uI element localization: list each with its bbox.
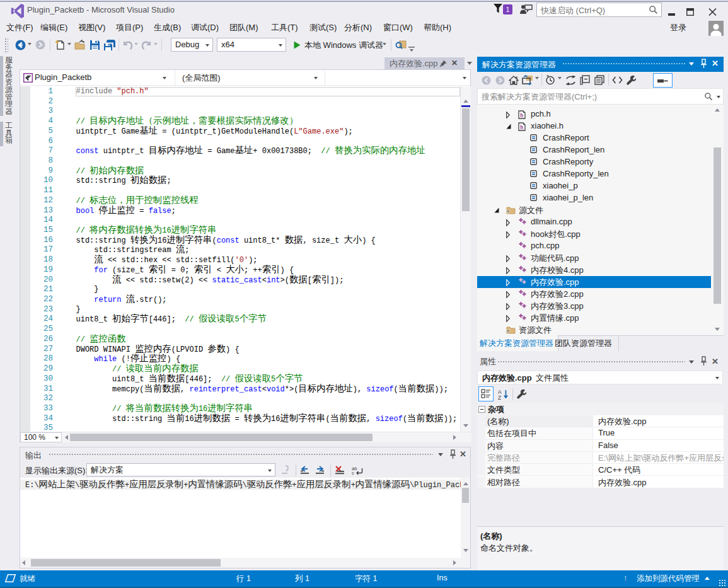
tree-expander[interactable]	[506, 112, 510, 118]
se-back-button[interactable]	[482, 73, 491, 87]
menu-item-6[interactable]: 调试(D)	[191, 22, 219, 33]
editor-vertical-scrollbar[interactable]	[460, 86, 471, 432]
output-title-bar[interactable]: 输出 ✕	[20, 447, 470, 463]
start-debugging-icon[interactable]	[294, 38, 301, 52]
tree-expander[interactable]	[506, 291, 510, 298]
close-icon[interactable]: ✕	[451, 59, 458, 67]
se-sync-button[interactable]	[565, 73, 576, 87]
code-text-area[interactable]: 1#include "pch.h"234// 目标内存地址（示例地址，需要根据实…	[20, 86, 460, 432]
se-switch-views-button[interactable]	[522, 73, 533, 87]
output-content[interactable]: E:\网站上架\驱动反作弊+应用层反录制+内置情缘源码\驱动反作弊+应用层反录制…	[20, 478, 470, 568]
menu-item-3[interactable]: 视图(V)	[78, 22, 105, 33]
pin-icon[interactable]	[700, 59, 707, 69]
tree-item-功能代码.cpp[interactable]: 功能代码.cpp	[477, 252, 711, 264]
word-wrap-button[interactable]: abc	[352, 463, 363, 477]
tree-item-内存效验3.cpp[interactable]: 内存效验3.cpp	[477, 300, 711, 312]
property-row-6[interactable]: 相对路径内存效验.cpp	[477, 476, 724, 488]
scrollbar-thumb[interactable]	[462, 488, 469, 503]
redo-button[interactable]	[141, 38, 152, 52]
tree-item-CrashReport[interactable]: CrashReport	[477, 132, 711, 144]
tree-expander[interactable]	[506, 315, 510, 322]
se-collapse-all-button[interactable]	[580, 73, 590, 87]
output-source-combo[interactable]: 解决方案	[86, 463, 275, 476]
property-value[interactable]: E:\网站上架\驱动反作弊+应用层反录	[598, 453, 724, 464]
tree-item-CrashReport_len[interactable]: CrashReport_len	[477, 144, 711, 156]
tree-item-xiaohei.h[interactable]: hxiaohei.h	[477, 120, 711, 132]
property-row-5[interactable]: 文件类型C/C++ 代码	[477, 464, 724, 476]
editor-zoom-combo[interactable]: 100 %	[20, 432, 62, 442]
scroll-up-arrow[interactable]	[715, 108, 720, 112]
scrollbar-thumb[interactable]	[70, 434, 373, 441]
window-position-dropdown[interactable]	[689, 360, 694, 364]
solution-explorer-search[interactable]: 搜索解决方案资源管理器(Ctrl+;)	[477, 88, 724, 105]
alphabetical-sort-button[interactable]: AZ	[498, 387, 509, 401]
quick-launch-search[interactable]: 快速启动 (Ctrl+Q)	[536, 3, 662, 17]
tree-item-内存效验.cpp[interactable]: 内存效验.cpp	[477, 276, 711, 288]
undo-dropdown[interactable]	[134, 43, 138, 45]
window-position-dropdown[interactable]	[438, 453, 443, 456]
navigate-backward-button[interactable]	[15, 38, 26, 52]
property-row-4[interactable]: 完整路径E:\网站上架\驱动反作弊+应用层反录	[477, 452, 724, 464]
menu-item-9[interactable]: 测试(S)	[309, 22, 337, 33]
toolbar-overflow-button[interactable]	[408, 42, 415, 56]
document-list-dropdown[interactable]	[467, 62, 472, 65]
scroll-down-arrow[interactable]	[463, 424, 468, 427]
maximize-button[interactable]	[686, 5, 705, 16]
tree-item-xiaohei_p_len[interactable]: xiaohei_p_len	[477, 192, 711, 204]
scroll-up-arrow[interactable]	[463, 100, 468, 103]
avatar[interactable]	[708, 21, 724, 36]
new-file-button[interactable]	[54, 38, 66, 52]
property-row-2[interactable]: 包括在项目中True	[477, 427, 724, 439]
tab-solution-explorer[interactable]: 解决方案资源管理器	[477, 335, 558, 351]
toolbar-drag-grip[interactable]	[4, 38, 8, 52]
tree-item-hook封包.cpp[interactable]: hook封包.cpp	[477, 228, 711, 240]
tree-expander[interactable]	[506, 124, 511, 129]
scrollbar-thumb[interactable]	[462, 108, 470, 211]
pin-icon[interactable]	[700, 356, 707, 366]
se-switch-views-dropdown[interactable]	[535, 77, 539, 79]
se-properties-pages-button[interactable]	[594, 73, 604, 87]
tree-item-资源文件[interactable]: 资源文件	[477, 324, 711, 335]
notification-count-badge[interactable]: 1	[503, 4, 512, 14]
nav-member-combo[interactable]	[325, 71, 470, 85]
se-properties-button[interactable]	[626, 73, 636, 87]
previous-message-button[interactable]	[300, 463, 311, 477]
tree-expander[interactable]	[506, 279, 510, 286]
property-category-row[interactable]: 杂项	[477, 403, 724, 415]
feedback-icon[interactable]	[519, 4, 533, 15]
save-all-button[interactable]	[104, 38, 115, 52]
tree-expander[interactable]	[494, 207, 499, 213]
menu-item-11[interactable]: 窗口(W)	[383, 22, 413, 33]
scroll-right-arrow[interactable]	[453, 435, 456, 440]
minimize-button[interactable]	[668, 5, 687, 16]
notification-funnel-icon[interactable]	[494, 4, 502, 14]
add-to-source-control-button[interactable]: 添加到源代码管理	[637, 574, 700, 584]
open-file-button[interactable]	[74, 38, 86, 52]
properties-title-bar[interactable]: 属性 ✕	[477, 355, 724, 368]
tree-expander[interactable]	[506, 255, 510, 262]
scrollbar-thumb[interactable]	[31, 559, 221, 567]
tree-item-pch.cpp[interactable]: pch.cpp	[477, 240, 711, 252]
nav-project-combo[interactable]: Plugin_Packetb	[20, 71, 170, 85]
tree-expander[interactable]	[506, 267, 510, 274]
property-row-3[interactable]: 内容False	[477, 440, 724, 452]
next-message-button[interactable]	[315, 463, 326, 477]
resize-grip[interactable]	[719, 579, 725, 586]
close-icon[interactable]: ✕	[712, 357, 719, 366]
menu-item-2[interactable]: 编辑(E)	[40, 22, 67, 33]
sign-in-button[interactable]: 登录	[670, 22, 686, 33]
menu-item-8[interactable]: 工具(T)	[271, 22, 298, 33]
scroll-left-arrow[interactable]	[22, 560, 25, 565]
goto-message-button[interactable]	[280, 463, 291, 477]
menu-item-5[interactable]: 生成(B)	[154, 22, 181, 33]
solution-explorer-title-bar[interactable]: 解决方案资源管理器 ✕	[477, 57, 724, 72]
pin-icon[interactable]	[439, 59, 448, 67]
collapse-icon[interactable]	[478, 406, 485, 413]
start-debugging-button[interactable]: 本地 Windows 调试器	[304, 40, 383, 51]
scroll-left-arrow[interactable]	[65, 435, 68, 440]
property-value[interactable]: 内存效验.cpp	[598, 477, 724, 488]
se-preview-selected-toggle[interactable]	[653, 73, 673, 88]
categorized-view-toggle[interactable]	[478, 386, 494, 401]
close-icon[interactable]	[708, 5, 727, 16]
menu-item-4[interactable]: 项目(P)	[116, 22, 143, 33]
